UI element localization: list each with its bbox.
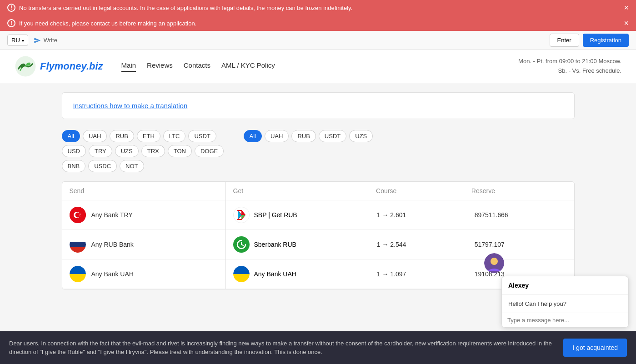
send-filter-group: All UAH RUB ETH LTC USDT USD TRY UZS TRX… <box>62 130 225 172</box>
flag-try-icon <box>70 207 86 223</box>
send-filter-uzs[interactable]: UZS <box>115 145 139 157</box>
svg-rect-8 <box>70 236 86 242</box>
lang-label: RU <box>11 37 20 44</box>
send-panel: Send Any Bank TRY <box>62 182 226 289</box>
send-filter-usdc[interactable]: USDC <box>88 160 117 172</box>
get-col-header-reserve: Reserve <box>471 187 567 194</box>
send-filter-bnb[interactable]: BNB <box>62 160 86 172</box>
send-name-rub: Any RUB Bank <box>91 241 134 248</box>
alert-text-2: If you need checks, please contact us be… <box>19 20 196 27</box>
send-filter-ltc[interactable]: LTC <box>163 130 186 142</box>
send-filter-all[interactable]: All <box>62 130 80 142</box>
nav-aml[interactable]: AML / KYC Policy <box>221 61 275 72</box>
send-row-uah[interactable]: Any Bank UAH <box>62 259 225 289</box>
top-nav: RU Write Enter Registration <box>0 31 636 50</box>
get-filter-usdt[interactable]: USDT <box>319 130 346 142</box>
nav-reviews[interactable]: Reviews <box>147 61 173 72</box>
svg-rect-10 <box>70 247 86 253</box>
svg-point-5 <box>75 213 80 218</box>
get-row-sber-name: Sberbank RUB <box>233 236 371 253</box>
sbp-icon <box>233 207 250 223</box>
alert-bar-2: ! If you need checks, please contact us … <box>0 15 636 31</box>
send-name-uah: Any Bank UAH <box>91 270 134 278</box>
get-filter-uah[interactable]: UAH <box>265 130 289 142</box>
send-filter-ton[interactable]: TON <box>168 145 192 157</box>
schedule-info: Mon. - Pt. from 09:00 to 21:00 Moscow. S… <box>518 57 621 76</box>
send-filter-doge[interactable]: DOGE <box>195 145 224 157</box>
logo-text: Flymoney.biz <box>40 60 103 72</box>
get-row-uah-name: Any Bank UAH <box>233 266 371 282</box>
svg-point-22 <box>491 258 498 265</box>
warning-icon-2: ! <box>7 19 15 27</box>
warning-icon-1: ! <box>7 4 15 12</box>
svg-rect-12 <box>70 266 86 274</box>
get-filter-rub[interactable]: RUB <box>291 130 315 142</box>
svg-rect-9 <box>70 242 86 247</box>
instructions-link[interactable]: Instructions how to make a translation <box>73 102 188 110</box>
lang-selector[interactable]: RU <box>7 35 28 46</box>
chevron-down-icon <box>22 37 24 44</box>
get-panel-header: Get Course Reserve <box>226 182 574 200</box>
get-filter-all[interactable]: All <box>244 130 262 142</box>
site-header: Flymoney.biz Main Reviews Contacts AML /… <box>0 50 636 83</box>
write-label: Write <box>44 37 57 44</box>
chat-avatar-button[interactable] <box>484 253 504 273</box>
get-col-header-course: Course <box>376 187 471 194</box>
get-reserve-sbp: 897511.666 <box>475 211 567 219</box>
top-nav-actions: Enter Registration <box>550 34 629 47</box>
nav-main[interactable]: Main <box>121 61 136 72</box>
schedule-line-1: Mon. - Pt. from 09:00 to 21:00 Moscow. <box>518 57 621 66</box>
get-row-sbp[interactable]: SBP | Get RUB 1 → 2.601 897511.666 <box>226 200 574 230</box>
send-filter-usd[interactable]: USD <box>62 145 86 157</box>
sberbank-icon <box>233 236 250 253</box>
telegram-icon <box>34 37 41 44</box>
schedule-line-2: Sb. - Vs. Free schedule. <box>518 66 621 76</box>
send-row-try[interactable]: Any Bank TRY <box>62 200 225 230</box>
send-filter-uah[interactable]: UAH <box>83 130 107 142</box>
nav-contacts[interactable]: Contacts <box>184 61 210 72</box>
flag-rub-icon <box>70 236 86 253</box>
logo-icon <box>15 55 36 77</box>
instructions-box: Instructions how to make a translation <box>62 92 575 119</box>
get-course-uah: 1 → 1.097 <box>377 270 469 278</box>
alert-close-2[interactable]: × <box>624 19 629 27</box>
send-row-rub[interactable]: Any RUB Bank <box>62 230 225 259</box>
main-nav: Main Reviews Contacts AML / KYC Policy <box>121 61 275 72</box>
get-course-sbp: 1 → 2.601 <box>377 211 469 219</box>
get-course-sber: 1 → 2.544 <box>377 241 469 248</box>
get-row-sber[interactable]: Sberbank RUB 1 → 2.544 51797.107 <box>226 230 574 259</box>
get-name-uah: Any Bank UAH <box>254 270 296 278</box>
send-filter-usdt[interactable]: USDT <box>188 130 216 142</box>
get-row-sbp-name: SBP | Get RUB <box>233 207 371 223</box>
chat-agent-name: Alexey <box>502 276 628 295</box>
svg-rect-13 <box>70 274 86 282</box>
svg-rect-20 <box>233 274 250 282</box>
get-panel: Get Course Reserve SBP | Get RUB <box>226 182 574 289</box>
send-filter-eth[interactable]: ETH <box>137 130 160 142</box>
register-button[interactable]: Registration <box>583 34 629 47</box>
alert-text-1: No transfers are carried out in legal ac… <box>19 5 352 11</box>
filter-section: All UAH RUB ETH LTC USDT USD TRY UZS TRX… <box>62 130 575 172</box>
alert-close-1[interactable]: × <box>624 4 629 12</box>
send-name-try: Any Bank TRY <box>91 211 133 219</box>
chat-widget: Alexey Hello! Can I help you? <box>501 276 629 299</box>
flag-uah-get-icon <box>233 266 250 282</box>
send-filter-trx[interactable]: TRX <box>141 145 165 157</box>
svg-marker-15 <box>238 210 241 219</box>
get-filter-uzs[interactable]: UZS <box>349 130 373 142</box>
get-name-sber: Sberbank RUB <box>254 241 296 248</box>
send-filter-try[interactable]: TRY <box>89 145 112 157</box>
enter-button[interactable]: Enter <box>550 34 579 47</box>
svg-rect-19 <box>233 266 250 274</box>
logo-link[interactable]: Flymoney.biz <box>15 55 103 77</box>
send-panel-header: Send <box>62 182 225 200</box>
write-button[interactable]: Write <box>34 37 57 44</box>
send-filter-rub[interactable]: RUB <box>110 130 134 142</box>
exchange-container: Send Any Bank TRY <box>62 181 575 289</box>
chat-message: Hello! Can I help you? <box>502 295 628 299</box>
get-col-header-name: Get <box>233 187 376 194</box>
send-filter-not[interactable]: NOT <box>120 160 144 172</box>
alert-bar-1: ! No transfers are carried out in legal … <box>0 0 636 15</box>
get-reserve-sber: 51797.107 <box>475 241 567 248</box>
flag-uah-icon <box>70 266 86 282</box>
